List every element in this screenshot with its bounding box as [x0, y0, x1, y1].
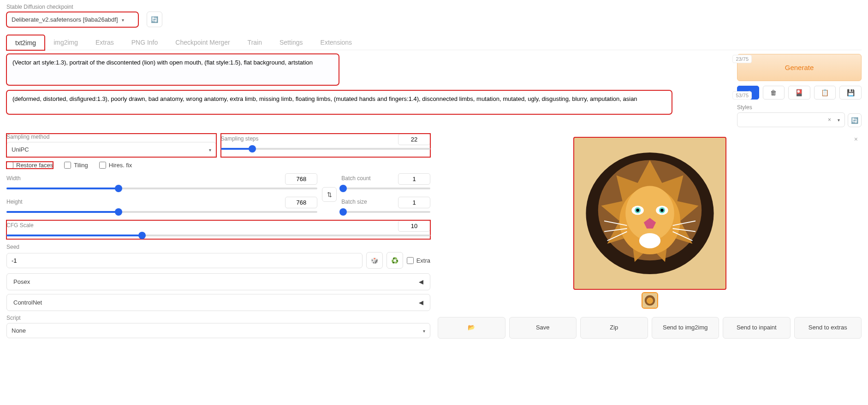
svg-point-11: [639, 233, 660, 248]
apply-style-button[interactable]: 🔄: [848, 113, 862, 127]
output-thumbnail[interactable]: [642, 292, 658, 309]
controlnet-label: ControlNet: [13, 299, 42, 306]
chevron-down-icon: [118, 16, 124, 23]
reuse-seed-button[interactable]: ♻️: [386, 252, 403, 269]
batch-count-slider[interactable]: [341, 185, 430, 192]
tab-extensions[interactable]: Extensions: [312, 35, 361, 50]
tab-txt2img[interactable]: txt2img: [6, 35, 45, 50]
cfg-scale-slider[interactable]: [6, 232, 430, 239]
sampling-method-label: Sampling method: [6, 134, 216, 140]
negative-prompt-input[interactable]: (deformed, distorted, disfigured:1.3), p…: [6, 90, 672, 114]
swap-dimensions-button[interactable]: ⇅: [322, 187, 337, 202]
script-label: Script: [6, 315, 430, 321]
extra-networks-button[interactable]: 🎴: [788, 86, 810, 100]
width-slider[interactable]: [6, 185, 317, 192]
width-value[interactable]: [285, 173, 317, 185]
random-seed-button[interactable]: 🎲: [366, 252, 383, 269]
main-tabs: txt2img img2img Extras PNG Info Checkpoi…: [6, 35, 862, 50]
checkpoint-label: Stable Diffusion checkpoint: [6, 4, 138, 10]
height-slider[interactable]: [6, 208, 317, 216]
save-button[interactable]: Save: [509, 317, 577, 339]
close-output-button[interactable]: ×: [854, 135, 858, 143]
send-inpaint-button[interactable]: Send to inpaint: [723, 317, 791, 339]
seed-label: Seed: [6, 244, 430, 250]
chevron-down-icon: [834, 117, 840, 123]
collapse-icon: ◀: [419, 278, 423, 285]
batch-size-label: Batch size: [341, 199, 367, 205]
seed-input[interactable]: [6, 253, 363, 268]
checkpoint-value: Deliberate_v2.safetensors [9aba26abdf]: [12, 16, 118, 23]
sampling-method-value: UniPC: [12, 146, 29, 153]
tab-settings[interactable]: Settings: [271, 35, 312, 50]
zip-button[interactable]: Zip: [580, 317, 648, 339]
width-label: Width: [6, 175, 21, 182]
send-extras-button[interactable]: Send to extras: [794, 317, 862, 339]
generate-button[interactable]: Generate: [737, 54, 862, 81]
chevron-down-icon: [419, 327, 425, 334]
tab-checkpoint-merger[interactable]: Checkpoint Merger: [166, 35, 238, 50]
checkpoint-select[interactable]: Deliberate_v2.safetensors [9aba26abdf]: [6, 12, 138, 27]
batch-count-label: Batch count: [341, 175, 370, 182]
refresh-checkpoint-button[interactable]: 🔄: [147, 12, 162, 27]
cfg-scale-label: CFG Scale: [6, 222, 34, 229]
styles-label: Styles: [737, 104, 862, 111]
batch-size-value[interactable]: [398, 197, 430, 208]
svg-point-4: [625, 186, 674, 241]
chevron-down-icon: [205, 146, 211, 153]
controlnet-accordion[interactable]: ControlNet ◀: [6, 294, 430, 311]
posex-label: Posex: [13, 278, 30, 285]
posex-accordion[interactable]: Posex ◀: [6, 273, 430, 290]
refresh-icon: 🔄: [851, 117, 858, 124]
prompt-token-count: 23/75: [732, 55, 752, 63]
cfg-scale-value[interactable]: [398, 220, 430, 232]
tab-train[interactable]: Train: [239, 35, 271, 50]
svg-point-14: [646, 298, 653, 304]
output-image[interactable]: [574, 137, 726, 289]
batch-count-value[interactable]: [398, 173, 430, 185]
tab-extras[interactable]: Extras: [87, 35, 123, 50]
clear-prompt-button[interactable]: 🗑: [763, 86, 785, 100]
send-img2img-button[interactable]: Send to img2img: [652, 317, 719, 339]
script-select[interactable]: None: [6, 323, 430, 338]
sampling-method-select[interactable]: UniPC: [6, 142, 216, 157]
height-value[interactable]: [285, 197, 317, 208]
tab-img2img[interactable]: img2img: [45, 35, 87, 50]
tab-pnginfo[interactable]: PNG Info: [123, 35, 167, 50]
hires-fix-check[interactable]: Hires. fix: [99, 162, 132, 169]
prompt-input[interactable]: (Vector art style:1.3), portrait of the …: [6, 54, 339, 85]
collapse-icon: ◀: [419, 299, 423, 306]
clear-styles-icon[interactable]: ×: [828, 117, 831, 123]
script-value: None: [12, 327, 26, 334]
neg-prompt-token-count: 53/75: [732, 91, 752, 100]
sampling-steps-slider[interactable]: [221, 145, 431, 153]
seed-extra-check[interactable]: Extra: [407, 257, 430, 264]
restore-faces-check[interactable]: Restore faces: [6, 162, 53, 169]
sampling-steps-label: Sampling steps: [221, 135, 259, 142]
refresh-icon: 🔄: [151, 16, 158, 23]
batch-size-slider[interactable]: [341, 208, 430, 216]
svg-point-9: [636, 209, 639, 212]
lion-illustration: [574, 137, 726, 289]
svg-point-10: [660, 209, 664, 212]
save-style-button[interactable]: 💾: [839, 86, 862, 100]
height-label: Height: [6, 199, 23, 205]
paste-button[interactable]: 📋: [814, 86, 836, 100]
open-folder-button[interactable]: 📂: [438, 317, 505, 339]
sampling-steps-value[interactable]: [398, 134, 430, 145]
styles-select[interactable]: ×: [737, 112, 845, 127]
tiling-check[interactable]: Tiling: [64, 162, 88, 169]
